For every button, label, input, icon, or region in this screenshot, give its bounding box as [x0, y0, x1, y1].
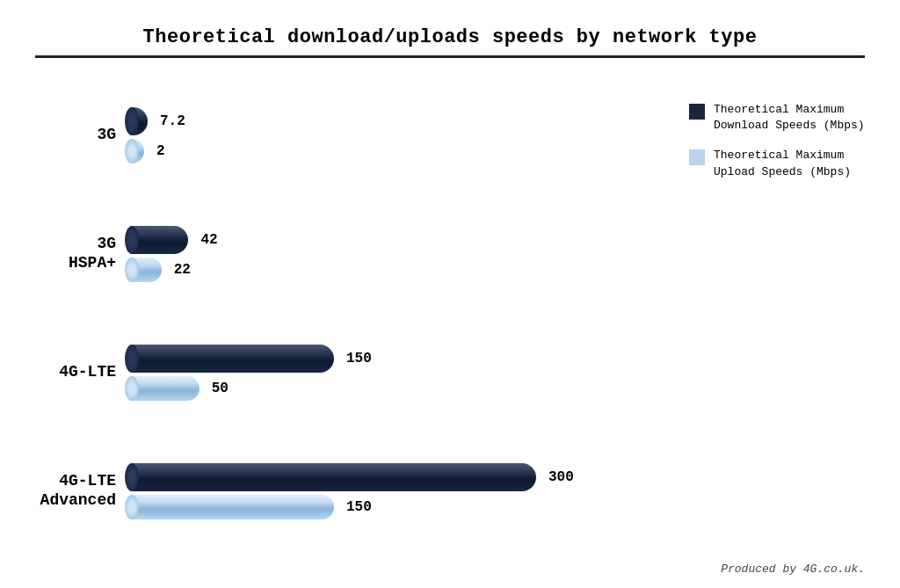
download-bar — [132, 226, 188, 254]
upload-bar-row: 22 — [132, 258, 654, 282]
legend-upload-label: Theoretical Maximum Upload Speeds (Mbps) — [714, 148, 865, 179]
row-group: 4G-LTE15050 — [35, 345, 654, 401]
download-value: 7.2 — [160, 113, 185, 129]
legend-download-label: Theoretical Maximum Download Speeds (Mbp… — [714, 102, 865, 134]
upload-bar-row: 50 — [132, 376, 654, 401]
chart-rows: 3G7.223GHSPA+42224G-LTE150504G-LTEAdvanc… — [35, 76, 671, 550]
bars-wrapper: 4222 — [132, 226, 654, 282]
download-bar — [132, 345, 334, 373]
chart-container: Theoretical download/uploads speeds by n… — [0, 0, 900, 588]
download-bar-row: 300 — [132, 463, 654, 491]
download-value: 42 — [200, 232, 217, 248]
chart-title: Theoretical download/uploads speeds by n… — [35, 26, 865, 58]
download-bar-row: 42 — [132, 226, 654, 254]
upload-bar — [132, 376, 200, 401]
row-label: 3G — [35, 126, 132, 145]
row-label: 4G-LTE — [35, 363, 132, 382]
upload-bar — [132, 258, 162, 282]
row-group: 3G7.22 — [35, 107, 654, 163]
download-value: 300 — [548, 469, 574, 485]
upload-value: 50 — [212, 381, 229, 396]
bars-wrapper: 300150 — [132, 463, 654, 519]
download-value: 150 — [346, 351, 372, 367]
legend-upload-color — [689, 149, 705, 165]
upload-bar-row: 150 — [132, 495, 654, 519]
footer-credit: Produced by 4G.co.uk. — [721, 563, 865, 576]
upload-value: 2 — [156, 143, 165, 159]
upload-bar — [132, 139, 144, 163]
legend-download: Theoretical Maximum Download Speeds (Mbp… — [689, 102, 865, 134]
upload-value: 150 — [346, 499, 372, 515]
row-group: 3GHSPA+4222 — [35, 226, 654, 282]
row-group: 4G-LTEAdvanced300150 — [35, 463, 654, 519]
download-bar-row: 150 — [132, 345, 654, 373]
legend: Theoretical Maximum Download Speeds (Mbp… — [671, 93, 865, 180]
bars-wrapper: 15050 — [132, 345, 654, 401]
download-bar — [132, 463, 536, 491]
row-label: 4G-LTEAdvanced — [35, 472, 132, 510]
upload-bar — [132, 495, 334, 519]
upload-bar-row: 2 — [132, 139, 654, 163]
chart-body: 3G7.223GHSPA+42224G-LTE150504G-LTEAdvanc… — [35, 76, 865, 550]
download-bar — [132, 107, 148, 135]
download-bar-row: 7.2 — [132, 107, 654, 135]
bars-wrapper: 7.22 — [132, 107, 654, 163]
upload-value: 22 — [174, 262, 191, 278]
legend-upload: Theoretical Maximum Upload Speeds (Mbps) — [689, 148, 865, 179]
legend-download-color — [689, 104, 705, 120]
row-label: 3GHSPA+ — [35, 235, 132, 272]
